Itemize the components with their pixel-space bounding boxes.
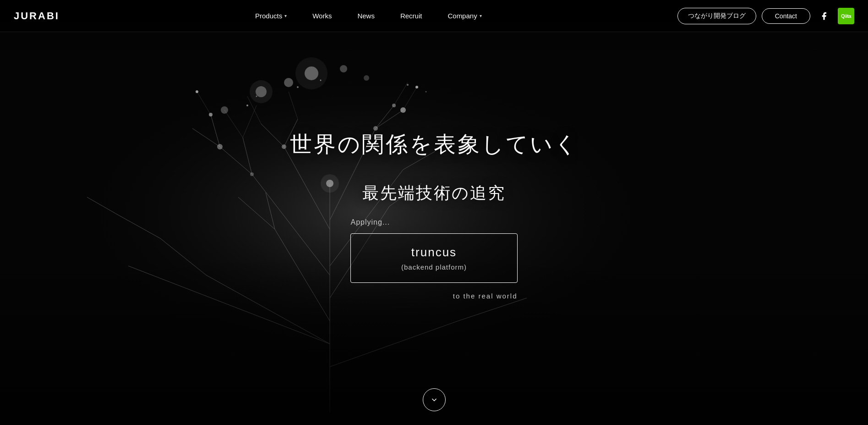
product-card[interactable]: truncus (backend platform) bbox=[350, 233, 518, 283]
hero-title: 世界の関係を表象していく bbox=[290, 130, 579, 159]
contact-button[interactable]: Contact bbox=[762, 8, 810, 24]
nav-item-recruit[interactable]: Recruit bbox=[388, 0, 435, 32]
nav-label-company: Company bbox=[448, 12, 477, 20]
nav-label-products: Products bbox=[255, 12, 282, 20]
real-world-text: to the real world bbox=[453, 292, 518, 300]
applying-text: Applying... bbox=[351, 218, 390, 226]
logo[interactable]: JURABI bbox=[14, 10, 60, 22]
nav-item-news[interactable]: News bbox=[344, 0, 388, 32]
scroll-down-button[interactable] bbox=[423, 388, 446, 411]
hero-subtitle: 最先端技術の追究 bbox=[362, 182, 506, 204]
nav-item-works[interactable]: Works bbox=[300, 0, 344, 32]
qiita-icon[interactable]: Qiita bbox=[838, 8, 854, 24]
facebook-icon[interactable] bbox=[816, 8, 832, 24]
navbar: JURABI Products ▾ Works News Recruit Com… bbox=[0, 0, 868, 32]
nav-label-works: Works bbox=[312, 12, 332, 20]
product-name: truncus bbox=[388, 245, 480, 259]
navbar-right: つながり開発ブログ Contact Qiita bbox=[677, 8, 854, 24]
nav-item-company[interactable]: Company ▾ bbox=[435, 0, 494, 32]
products-dropdown-arrow: ▾ bbox=[284, 13, 287, 18]
navbar-center: Products ▾ Works News Recruit Company ▾ bbox=[242, 0, 495, 32]
nav-label-news: News bbox=[357, 12, 375, 20]
nav-item-products[interactable]: Products ▾ bbox=[242, 0, 300, 32]
navbar-left: JURABI bbox=[14, 10, 60, 22]
nav-label-recruit: Recruit bbox=[400, 12, 422, 20]
hero-section: 世界の関係を表象していく 最先端技術の追究 Applying... truncu… bbox=[0, 32, 868, 425]
product-type: (backend platform) bbox=[388, 263, 480, 271]
blog-button[interactable]: つながり開発ブログ bbox=[677, 8, 756, 24]
company-dropdown-arrow: ▾ bbox=[480, 13, 482, 18]
